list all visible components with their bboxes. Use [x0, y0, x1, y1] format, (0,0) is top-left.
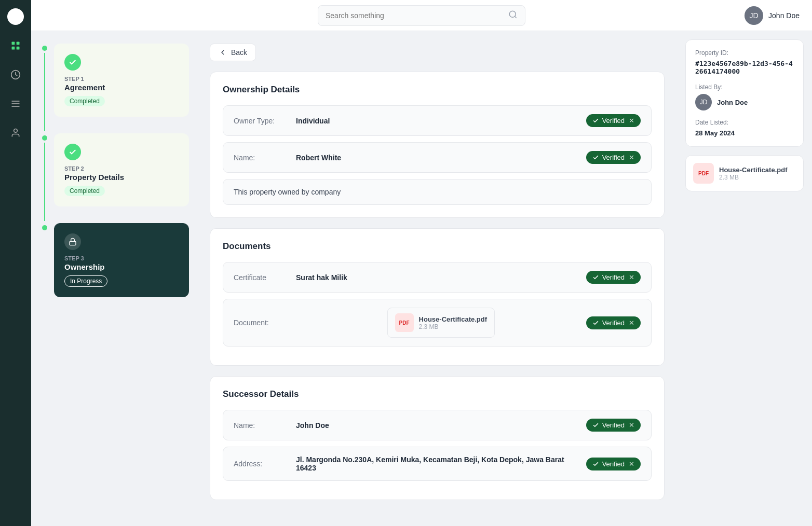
listed-by-row: JD John Doe: [695, 94, 794, 110]
step-1-title: Agreement: [64, 83, 179, 92]
owner-type-verified[interactable]: Verified ✕: [586, 114, 641, 127]
logo: [7, 8, 24, 25]
documents-title: Documents: [223, 241, 652, 252]
pdf-icon: PDF: [395, 313, 414, 332]
document-row: Document: PDF House-Certificate.pdf 2.3 …: [223, 299, 652, 347]
list-icon[interactable]: [7, 95, 24, 112]
doc-file-name: House-Certificate.pdf: [419, 315, 487, 323]
certificate-row: Certificate Surat hak Milik Verified ✕: [223, 262, 652, 293]
attachment-size: 2.3 MB: [719, 174, 787, 181]
successor-address-verified[interactable]: Verified ✕: [586, 458, 641, 470]
doc-remove[interactable]: ✕: [629, 319, 634, 327]
steps-panel: STEP 1 Agreement Completed: [31, 31, 197, 526]
svg-rect-2: [12, 47, 15, 50]
document-verified[interactable]: Verified ✕: [586, 316, 641, 329]
step-2-badge: Completed: [64, 186, 105, 196]
documents-section: Documents Certificate Surat hak Milik Ve…: [210, 228, 665, 366]
successor-address-label: Address:: [234, 460, 296, 468]
arrow-left-icon: [219, 48, 227, 57]
svg-rect-0: [12, 42, 15, 45]
name-remove[interactable]: ✕: [629, 154, 634, 161]
successor-address-row: Address: Jl. Margonda No.230A, Kemiri Mu…: [223, 447, 652, 481]
check-icon-2: [592, 154, 599, 161]
svg-rect-3: [17, 47, 20, 50]
back-button[interactable]: Back: [210, 44, 256, 61]
step-2-check-icon: [64, 144, 81, 160]
certificate-value: Surat hak Milik: [296, 273, 586, 282]
suc-name-remove[interactable]: ✕: [629, 421, 634, 429]
document-file[interactable]: PDF House-Certificate.pdf 2.3 MB: [387, 308, 495, 338]
svg-point-7: [14, 129, 18, 133]
ownership-section: Ownership Details Owner Type: Individual…: [210, 72, 665, 218]
step-3-icon: [64, 233, 81, 250]
step-1-badge: Completed: [64, 96, 105, 106]
owner-type-remove[interactable]: ✕: [629, 117, 634, 124]
user-profile[interactable]: JD John Doe: [745, 6, 800, 25]
successor-address-value: Jl. Margonda No.230A, Kemiri Muka, Kecam…: [296, 455, 586, 472]
property-id-card: Property ID: #123e4567e89b-12d3-456-4266…: [685, 39, 804, 147]
check-icon-4: [592, 320, 599, 326]
grid-icon[interactable]: [7, 37, 24, 54]
doc-file-size: 2.3 MB: [419, 323, 487, 330]
certificate-label: Certificate: [234, 273, 296, 282]
successor-name-label: Name:: [234, 421, 296, 430]
check-icon-5: [592, 422, 599, 428]
step-3-number: STEP 3: [64, 255, 179, 261]
avatar: JD: [745, 6, 763, 25]
owner-type-row: Owner Type: Individual Verified ✕: [223, 105, 652, 136]
step-2-card[interactable]: STEP 2 Property Details Completed: [54, 133, 189, 206]
svg-rect-9: [70, 241, 76, 245]
search-bar[interactable]: [318, 5, 525, 26]
property-id-label: Property ID:: [695, 49, 794, 57]
document-label: Document:: [234, 319, 296, 327]
successor-title: Successor Details: [223, 389, 652, 399]
listed-avatar: JD: [695, 94, 712, 110]
leaf-icon[interactable]: [7, 66, 24, 83]
listed-by-label: Listed By:: [695, 84, 794, 91]
name-verified[interactable]: Verified ✕: [586, 151, 641, 164]
listed-by-name: John Doe: [717, 99, 748, 106]
center-content: Back Ownership Details Owner Type: Indiv…: [197, 31, 677, 526]
search-icon: [508, 10, 518, 21]
check-icon-6: [592, 461, 599, 467]
date-listed-value: 28 May 2024: [695, 129, 794, 137]
back-label: Back: [231, 48, 247, 57]
step-check-icon: [64, 54, 81, 71]
name-row: Name: Robert White Verified ✕: [223, 142, 652, 173]
ownership-note: This property owned by company: [223, 179, 652, 205]
attachment-name: House-Certificate.pdf: [719, 166, 787, 174]
step-1-number: STEP 1: [64, 76, 179, 82]
pdf-attachment-card[interactable]: PDF House-Certificate.pdf 2.3 MB: [685, 155, 804, 191]
check-icon-3: [592, 274, 599, 281]
name-label: Name:: [234, 154, 296, 162]
step-3-title: Ownership: [64, 262, 179, 271]
svg-point-8: [509, 11, 516, 17]
successor-name-row: Name: John Doe Verified ✕: [223, 410, 652, 440]
right-panel: Property ID: #123e4567e89b-12d3-456-4266…: [677, 31, 812, 526]
successor-name-value: John Doe: [296, 421, 586, 430]
owner-type-value: Individual: [296, 117, 586, 125]
step-3-badge: In Progress: [64, 275, 107, 287]
ownership-title: Ownership Details: [223, 85, 652, 95]
step-2-title: Property Details: [64, 173, 179, 182]
step-1-card[interactable]: STEP 1 Agreement Completed: [54, 44, 189, 117]
check-icon: [592, 117, 599, 124]
user-name: John Doe: [768, 11, 800, 20]
user-icon[interactable]: [7, 124, 24, 141]
owner-type-label: Owner Type:: [234, 117, 296, 125]
certificate-verified[interactable]: Verified ✕: [586, 271, 641, 284]
name-value: Robert White: [296, 154, 586, 162]
header: JD John Doe: [31, 0, 812, 31]
date-listed-label: Date Listed:: [695, 119, 794, 126]
cert-remove[interactable]: ✕: [629, 273, 634, 281]
pdf-attach-icon: PDF: [693, 163, 714, 184]
suc-addr-remove[interactable]: ✕: [629, 460, 634, 468]
successor-section: Successor Details Name: John Doe Verifie…: [210, 376, 665, 500]
successor-name-verified[interactable]: Verified ✕: [586, 419, 641, 432]
step-2-number: STEP 2: [64, 165, 179, 172]
sidebar: [0, 0, 31, 526]
property-id-value: #123e4567e89b-12d3-456-426614174000: [695, 60, 794, 75]
search-input[interactable]: [326, 11, 504, 20]
svg-rect-1: [17, 42, 20, 45]
step-3-card[interactable]: STEP 3 Ownership In Progress: [54, 223, 189, 297]
